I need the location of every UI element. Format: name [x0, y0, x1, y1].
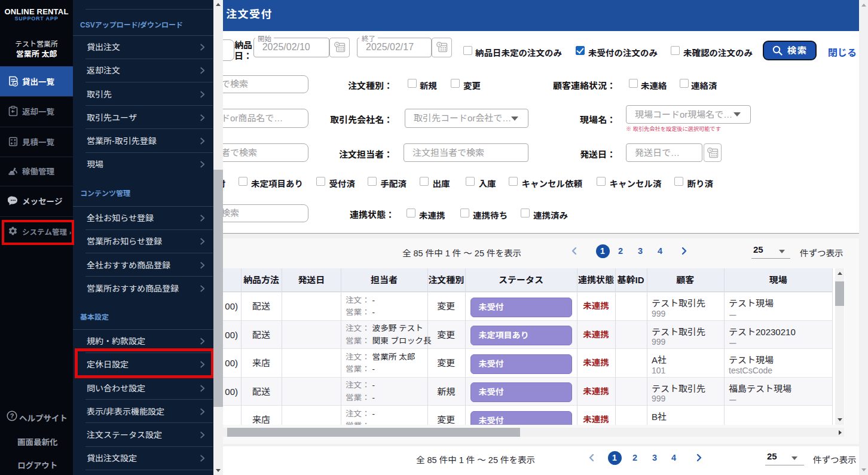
svg-text:?: ?	[10, 412, 14, 419]
